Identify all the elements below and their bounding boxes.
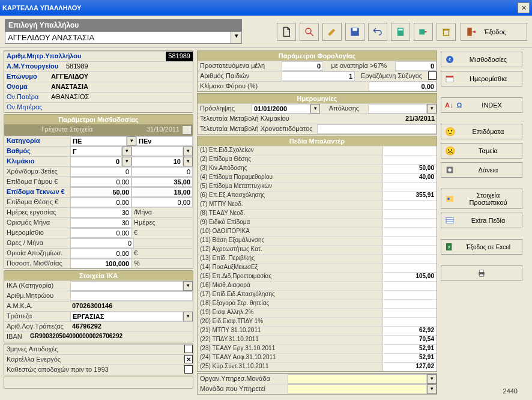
years1[interactable]: 0 xyxy=(70,167,131,177)
hourly[interactable]: 0,00 xyxy=(70,249,131,258)
balander-value[interactable] xyxy=(382,201,437,209)
disab-label: με αναπηρία >67% xyxy=(323,61,395,71)
unit-dd[interactable]: ▾ xyxy=(427,384,437,394)
balander-value[interactable]: 40,00 xyxy=(382,174,437,182)
extra-fields-button[interactable]: Extra Πεδία xyxy=(441,213,522,228)
undo-button[interactable] xyxy=(368,23,387,41)
balander-row: (22) ΤΠΔΥ.31.10.201170,54 xyxy=(198,335,437,344)
acct-label: Αριθ.Λογ.Τράπεζας xyxy=(4,322,70,332)
date-dd[interactable]: ▾ xyxy=(182,126,192,135)
balander-value[interactable]: 52,91 xyxy=(382,354,437,362)
balander-value[interactable]: 50,00 xyxy=(382,165,437,173)
org-value[interactable] xyxy=(288,374,427,384)
balander-value[interactable] xyxy=(382,282,437,290)
pct[interactable]: 100,000 xyxy=(70,259,131,268)
loans-button[interactable]: Δάνεια xyxy=(441,162,522,178)
children1[interactable]: 50,00 xyxy=(70,187,131,197)
active-checkbox[interactable]: ✕ xyxy=(184,355,193,363)
ika-cat-dd[interactable]: ▾ xyxy=(183,281,193,291)
search-button[interactable] xyxy=(300,23,319,41)
ika-cat[interactable] xyxy=(70,281,183,291)
balander-value[interactable] xyxy=(382,291,437,299)
marriage1[interactable]: 0,00 xyxy=(70,177,131,187)
scale[interactable]: 0,00 xyxy=(369,82,437,91)
allowances-button[interactable]: 🙂Επιδόματα xyxy=(441,124,522,139)
grade-value[interactable]: Γ xyxy=(70,147,122,156)
grade-dd[interactable]: ▾ xyxy=(122,147,131,156)
daily-button[interactable]: Ημερομίσθια xyxy=(441,71,522,86)
balander-value[interactable]: 70,54 xyxy=(382,336,437,344)
balander-value[interactable]: 52,91 xyxy=(382,345,437,353)
amka-label: Α.Μ.Κ.Α. xyxy=(4,302,70,311)
balander-header: Πεδία Μπαλαντέρ xyxy=(198,136,437,146)
daily[interactable]: 0,00 xyxy=(70,228,131,238)
balander-value[interactable] xyxy=(382,300,437,308)
hire[interactable]: 01/01/2000 xyxy=(252,104,310,114)
new-button[interactable] xyxy=(277,23,296,41)
ika-reg[interactable] xyxy=(70,291,193,301)
prot[interactable]: 0 xyxy=(282,61,323,71)
ika-cat-label: ΙΚΑ (Κατηγορία) xyxy=(4,281,70,291)
balander-value[interactable]: 355,91 xyxy=(382,192,437,200)
spouse-checkbox[interactable] xyxy=(428,71,437,80)
step1[interactable]: 0 xyxy=(70,157,122,166)
father-label: Ον.Πατέρα xyxy=(4,92,49,102)
balander-value[interactable]: 62,92 xyxy=(382,327,437,335)
export-excel-button[interactable]: XΈξοδος σε Excel xyxy=(441,239,522,255)
balander-value[interactable] xyxy=(382,183,437,191)
balander-value[interactable] xyxy=(382,228,437,236)
balander-value[interactable] xyxy=(382,264,437,272)
years-label: Χρόν/δομα-3ετίες xyxy=(4,167,70,177)
index-button[interactable]: A↓ΩINDEX xyxy=(441,97,522,113)
export-button[interactable] xyxy=(414,23,433,41)
balander-row: (10) ΟΔΟΙΠΟΡΙΚΑ xyxy=(198,227,437,236)
grade-dd2[interactable]: ▾ xyxy=(183,147,193,156)
position1[interactable]: 0,00 xyxy=(70,198,131,207)
calc-button[interactable] xyxy=(391,23,410,41)
exit-button[interactable]: Έξοδος xyxy=(461,23,527,41)
funds-button[interactable]: ☹️Ταμεία xyxy=(441,143,522,159)
step-dd2[interactable]: ▾ xyxy=(183,157,193,166)
kids[interactable]: 1 xyxy=(282,71,355,81)
balander-row: (24) ΤΕΑΔΥ Ασφ.31.10.201152,91 xyxy=(198,353,437,362)
balander-value[interactable]: 105,00 xyxy=(382,273,437,281)
fire-dd[interactable]: ▾ xyxy=(427,104,437,114)
staff-button[interactable]: ΣτοιχείαΠροσωπικού xyxy=(441,189,522,209)
payrolls-button[interactable]: €Μισθοδοσίες xyxy=(441,52,522,67)
step-dd[interactable]: ▾ xyxy=(122,157,131,166)
org-dd[interactable]: ▾ xyxy=(427,374,437,384)
cat-dd[interactable]: ▾ xyxy=(127,136,136,146)
balander-value[interactable] xyxy=(382,246,437,254)
employee-dropdown-button[interactable]: ▾ xyxy=(231,31,242,44)
balander-value[interactable]: 127,02 xyxy=(382,363,437,371)
children2: 18,00 xyxy=(131,187,193,197)
workdays[interactable]: 30 xyxy=(70,208,131,217)
tri-checkbox[interactable] xyxy=(184,345,193,353)
balander-value[interactable] xyxy=(382,219,437,227)
balander-row: (8) ΤΕΑΔΥ Νεοδ. xyxy=(198,209,437,218)
balander-value[interactable] xyxy=(382,156,437,164)
print-button[interactable] xyxy=(441,265,522,281)
monthdef[interactable]: 30 xyxy=(70,218,131,228)
balander-value[interactable] xyxy=(382,318,437,326)
hours[interactable]: 0 xyxy=(70,238,134,248)
hire-dd[interactable]: ▾ xyxy=(310,104,320,114)
bank[interactable]: ΕΡΓΑΣΙΑΣ xyxy=(70,312,183,321)
delete-button[interactable] xyxy=(437,23,456,41)
save-button[interactable] xyxy=(345,23,364,41)
cat-value[interactable]: ΠΕ xyxy=(70,136,127,146)
edit-button[interactable] xyxy=(322,23,342,41)
unit-value[interactable] xyxy=(288,384,427,394)
balander-value[interactable] xyxy=(382,147,437,155)
balander-row: (15) Επ.Διδ.Προετοιμασίας105,00 xyxy=(198,272,437,281)
balander-value[interactable] xyxy=(382,255,437,263)
disab[interactable]: 0 xyxy=(395,61,437,71)
employee-select-input[interactable] xyxy=(5,31,231,44)
close-button[interactable]: ✕ xyxy=(518,2,530,13)
balander-value[interactable] xyxy=(382,309,437,317)
balander-value[interactable] xyxy=(382,210,437,218)
pre93-checkbox[interactable] xyxy=(184,365,193,374)
bank-dd[interactable]: ▾ xyxy=(183,312,193,321)
balander-value[interactable] xyxy=(382,237,437,245)
fire[interactable] xyxy=(368,104,427,114)
